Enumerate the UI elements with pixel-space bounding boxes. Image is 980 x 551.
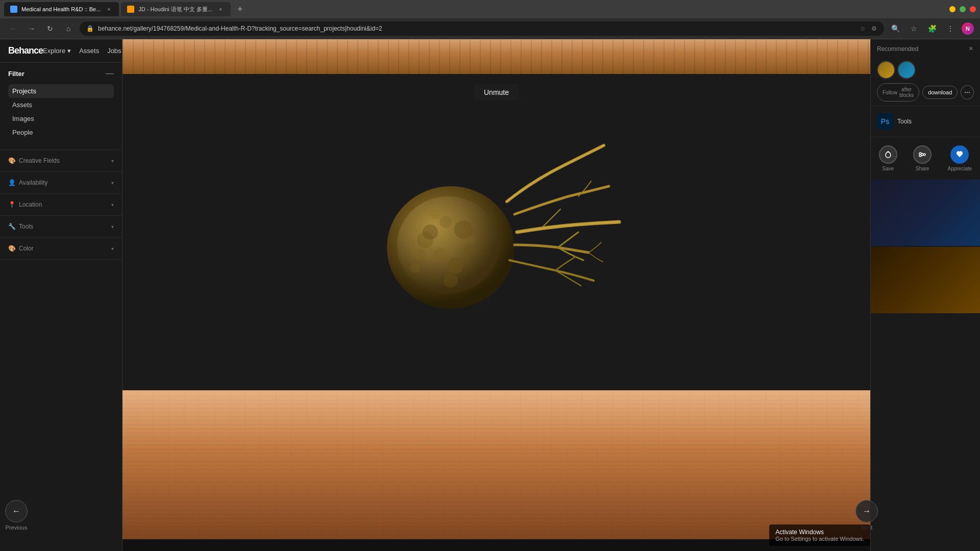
creator-buttons: Follow after blocks download ⋯ [877, 83, 974, 102]
nav-assets[interactable]: Assets [79, 47, 99, 55]
sidebar-section-location: 📍 Location ▾ [0, 194, 122, 216]
cell-organism-svg [369, 130, 624, 334]
svg-point-3 [439, 216, 452, 228]
share-icon [913, 145, 932, 164]
creative-fields-header[interactable]: 🎨 Creative Fields ▾ [8, 155, 114, 166]
activate-windows-title: Activate Windows [775, 529, 864, 536]
save-action[interactable]: Save [879, 141, 897, 176]
maximize-button[interactable] [960, 6, 966, 12]
availability-header[interactable]: 👤 Availability ▾ [8, 177, 114, 188]
home-button[interactable]: ⌂ [61, 21, 76, 36]
filter-projects[interactable]: Projects [8, 84, 114, 98]
photoshop-icon: Ps [877, 113, 893, 130]
svg-point-10 [467, 236, 475, 244]
download-button[interactable]: download [922, 86, 958, 99]
window-controls [949, 6, 976, 12]
tab-title-2: JD - Houdini 语笔 中文 多重... [138, 6, 212, 13]
extensions-puzzle-icon[interactable]: 🧩 [925, 21, 939, 36]
unmute-button[interactable]: Unmute [474, 84, 519, 101]
bookmark-icon[interactable]: ☆ [859, 24, 867, 33]
bookmark-star-icon[interactable]: ☆ [906, 21, 921, 36]
filter-assets[interactable]: Assets [8, 98, 114, 112]
settings-dots-icon[interactable]: ⋮ [943, 21, 958, 36]
filter-images[interactable]: Images [8, 112, 114, 126]
previous-navigation[interactable]: ← Previous [5, 500, 28, 531]
save-icon [879, 145, 897, 164]
tools-header[interactable]: 🔧 Tools ▾ [8, 221, 114, 232]
svg-point-12 [444, 273, 458, 288]
tab-close-2[interactable]: × [216, 5, 225, 13]
new-tab-button[interactable]: + [233, 2, 247, 16]
activate-windows-subtitle: Go to Settings to activate Windows. [775, 536, 864, 542]
avatar-image-2 [898, 62, 915, 78]
sidebar-section-availability: 👤 Availability ▾ [0, 172, 122, 194]
thumb-image-2 [871, 247, 980, 313]
color-icon: 🎨 [8, 245, 16, 252]
share-action[interactable]: Share [913, 141, 932, 176]
extra-options-button[interactable]: ⋯ [961, 85, 974, 99]
follow-label: Follow [883, 90, 897, 95]
filter-options: Projects Assets Images People [8, 84, 114, 139]
prev-arrow-circle: ← [5, 500, 28, 522]
tool-label: Tools [897, 118, 912, 125]
svg-point-13 [410, 263, 420, 273]
availability-label: 👤 Availability [8, 179, 47, 186]
recommended-thumbnails [871, 180, 980, 313]
extensions-icon[interactable]: ⚙ [870, 24, 878, 33]
forward-button[interactable]: → [24, 21, 39, 36]
tab-1[interactable]: Medical and Health R&D :: Be... × [4, 2, 119, 16]
search-icon[interactable]: 🔍 [888, 21, 902, 36]
location-icon: 📍 [8, 201, 16, 208]
creator-section: Follow after blocks download ⋯ [871, 57, 980, 106]
address-icons: ☆ ⚙ [859, 24, 878, 33]
back-button[interactable]: ← [6, 21, 20, 36]
top-image-inner [122, 39, 870, 74]
availability-arrow: ▾ [111, 180, 114, 186]
tab-2[interactable]: JD - Houdini 语笔 中文 多重... × [121, 2, 231, 16]
creator-avatars [877, 61, 974, 79]
location-header[interactable]: 📍 Location ▾ [8, 199, 114, 210]
follow-button[interactable]: Follow after blocks [877, 83, 919, 102]
bottom-image-inner [122, 390, 870, 539]
minimize-button[interactable] [949, 6, 955, 12]
save-label: Save [882, 166, 894, 171]
creative-fields-label: 🎨 Creative Fields [8, 157, 60, 164]
appreciate-label: Appreciate [947, 166, 972, 171]
appreciate-icon [950, 145, 969, 164]
nav-jobs[interactable]: Jobs [107, 47, 121, 55]
sidebar-section-creative: 🎨 Creative Fields ▾ [0, 150, 122, 172]
tab-favicon-1 [10, 6, 17, 13]
address-bar[interactable]: 🔒 behance.net/gallery/194768259/Medical-… [80, 21, 884, 36]
video-container[interactable]: Unmute [122, 74, 870, 390]
filter-row: Filter — [8, 69, 114, 78]
thumb-item-2[interactable] [871, 247, 980, 313]
lock-icon: 🔒 [86, 24, 94, 33]
creative-fields-arrow: ▾ [111, 158, 114, 164]
filter-people[interactable]: People [8, 126, 114, 139]
svg-point-6 [448, 257, 464, 273]
thumb-item-1[interactable] [871, 180, 980, 246]
location-label: 📍 Location [8, 201, 42, 208]
sidebar-section-color: 🎨 Color ▾ [0, 238, 122, 260]
behance-logo[interactable]: Behance [8, 45, 43, 56]
filter-plus[interactable]: — [106, 69, 114, 78]
creator-avatar-2[interactable] [897, 61, 916, 79]
refresh-button[interactable]: ↻ [43, 21, 57, 36]
color-header[interactable]: 🎨 Color ▾ [8, 243, 114, 254]
profile-avatar[interactable]: N [962, 22, 974, 35]
close-button[interactable] [970, 6, 976, 12]
appreciate-action[interactable]: Appreciate [947, 141, 972, 176]
recommended-label: Recommended [871, 39, 980, 57]
creator-avatar-1[interactable] [877, 61, 895, 79]
tool-photoshop[interactable]: Ps Tools [877, 110, 974, 133]
sidebar-section-tools: 🔧 Tools ▾ [0, 216, 122, 238]
svg-point-9 [430, 209, 440, 219]
tab-close-1[interactable]: × [105, 5, 113, 13]
right-panel-close-button[interactable]: × [966, 43, 976, 54]
availability-icon: 👤 [8, 179, 16, 186]
nav-explore[interactable]: Explore ▾ [43, 47, 71, 55]
svg-point-8 [463, 245, 474, 255]
browser-right-icons: 🔍 ☆ 🧩 ⋮ N [888, 21, 974, 36]
svg-point-11 [417, 232, 433, 248]
bottom-image-strip [122, 390, 870, 539]
